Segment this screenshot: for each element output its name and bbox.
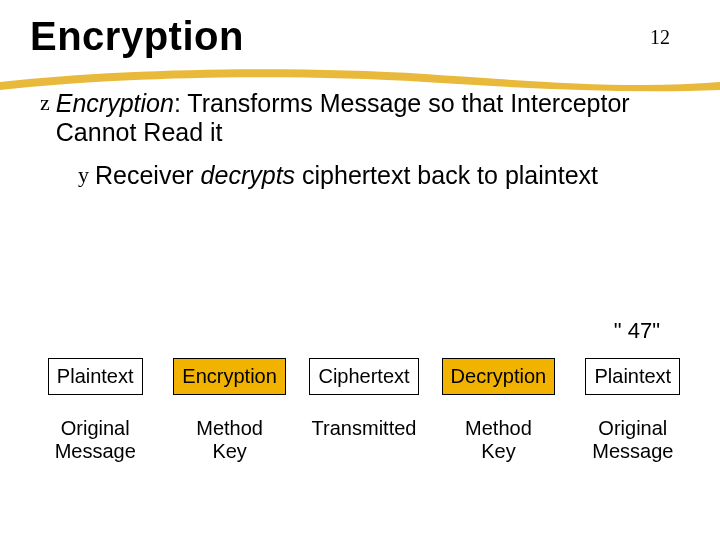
bullet-marker-y: y xyxy=(78,161,89,190)
flow-caption-4: OriginalMessage xyxy=(566,417,700,463)
bullet-marker-z: z xyxy=(40,89,50,118)
flow-caption-1: MethodKey xyxy=(162,417,296,463)
flow-box-encryption: Encryption xyxy=(162,358,296,395)
bullet2-before: Receiver xyxy=(95,161,201,189)
flow-diagram: Plaintext Encryption Ciphertext Decrypti… xyxy=(0,358,720,463)
bullet2-after: ciphertext back to plaintext xyxy=(295,161,598,189)
bullet2-text: Receiver decrypts ciphertext back to pla… xyxy=(95,161,598,190)
flow-caption-3: MethodKey xyxy=(431,417,565,463)
flow-caption-2: Transmitted xyxy=(297,417,431,463)
bullet1-text: Encryption: Transforms Message so that I… xyxy=(56,89,690,147)
bullet1-term: Encryption xyxy=(56,89,174,117)
flow-box-plaintext-in: Plaintext xyxy=(28,358,162,395)
slide-title: Encryption xyxy=(30,14,690,59)
bullet-level2: y Receiver decrypts ciphertext back to p… xyxy=(78,161,690,190)
flow-box-decryption: Decryption xyxy=(431,358,565,395)
header: Encryption 12 xyxy=(30,14,690,59)
annotation-47: " 47" xyxy=(614,318,660,344)
flow-box-plaintext-out: Plaintext xyxy=(566,358,700,395)
flow-caption-0: OriginalMessage xyxy=(28,417,162,463)
flow-box-ciphertext: Ciphertext xyxy=(297,358,431,395)
flow-row-boxes: Plaintext Encryption Ciphertext Decrypti… xyxy=(28,358,700,395)
slide: Encryption 12 z Encryption: Transforms M… xyxy=(0,0,720,540)
page-number: 12 xyxy=(650,26,670,49)
bullet2-italic: decrypts xyxy=(201,161,295,189)
bullet-level1: z Encryption: Transforms Message so that… xyxy=(40,89,690,147)
flow-row-captions: OriginalMessage MethodKey Transmitted Me… xyxy=(28,417,700,463)
